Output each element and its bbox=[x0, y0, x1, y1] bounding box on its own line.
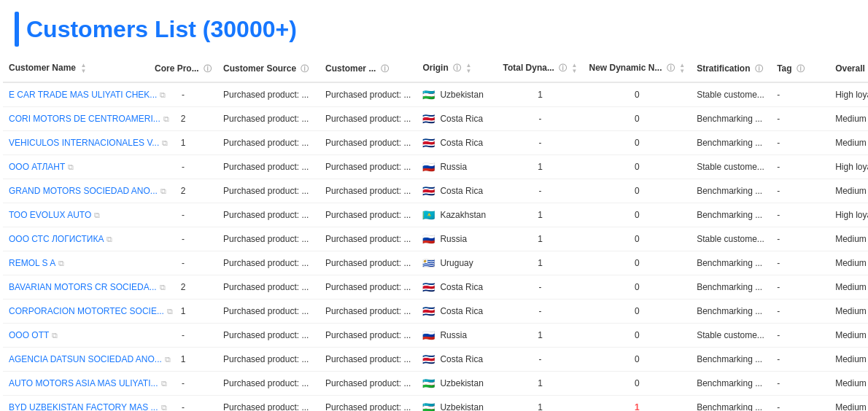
tag-cell: - bbox=[771, 251, 829, 275]
th-core-pro[interactable]: Core Pro... ⓘ bbox=[149, 55, 217, 82]
customer-name-link[interactable]: ООО АТЛАНТ bbox=[9, 162, 65, 172]
copy-icon[interactable]: ⧉ bbox=[94, 211, 100, 220]
flag-icon: 🇺🇿 bbox=[422, 377, 435, 389]
origin-cell: 🇨🇷Costa Rica bbox=[416, 300, 497, 324]
customer-name-link[interactable]: AUTO MOTORS ASIA MAS ULIYATI... bbox=[9, 378, 158, 388]
customer-name-link[interactable]: ООО ОТТ bbox=[9, 330, 49, 340]
customer-source-cell: Purchased product: ... bbox=[217, 107, 319, 131]
stratification-cell: Benchmarking ... bbox=[691, 372, 771, 396]
sort-arrows-new-dynamic[interactable]: ▲▼ bbox=[679, 63, 685, 74]
copy-icon[interactable]: ⧉ bbox=[106, 235, 112, 244]
stratification-cell: Stable custome... bbox=[691, 324, 771, 348]
info-icon-total-dyna[interactable]: ⓘ bbox=[559, 63, 567, 74]
customer-name-link[interactable]: ТОО EVOLUX AUTO bbox=[9, 210, 91, 220]
th-stratification[interactable]: Stratification ⓘ bbox=[691, 55, 771, 82]
customer-name-link[interactable]: REMOL S A bbox=[9, 258, 55, 268]
info-icon-stratification[interactable]: ⓘ bbox=[755, 63, 763, 74]
copy-icon[interactable]: ⧉ bbox=[160, 187, 166, 196]
total-dyna-cell: 1 bbox=[497, 155, 583, 179]
origin-text: Costa Rica bbox=[440, 306, 483, 316]
customer-alt-cell: Purchased product: ... bbox=[319, 107, 416, 131]
total-dyna-cell: - bbox=[497, 131, 583, 155]
stratification-cell: Benchmarking ... bbox=[691, 179, 771, 203]
th-origin[interactable]: Origin ⓘ ▲▼ bbox=[416, 55, 497, 82]
customer-alt-cell: Purchased product: ... bbox=[319, 396, 416, 412]
customer-name-link[interactable]: CORI MOTORS DE CENTROAMERI... bbox=[9, 114, 160, 124]
stratification-cell: Stable custome... bbox=[691, 82, 771, 107]
tag-cell: - bbox=[771, 348, 829, 372]
total-dyna-cell: 1 bbox=[497, 203, 583, 227]
customer-name-link[interactable]: GRAND MOTORS SOCIEDAD ANO... bbox=[9, 186, 158, 196]
title-bar: Customers List (30000+) bbox=[15, 12, 297, 47]
customer-alt-cell: Purchased product: ... bbox=[319, 372, 416, 396]
info-icon-tag[interactable]: ⓘ bbox=[797, 63, 805, 74]
th-new-dynamic[interactable]: New Dynamic N... ⓘ ▲▼ bbox=[584, 55, 691, 82]
total-dyna-cell: 1 bbox=[497, 82, 583, 107]
overall-loyalty-cell: High loyalty bbox=[829, 82, 868, 107]
copy-icon[interactable]: ⧉ bbox=[58, 259, 64, 268]
copy-icon[interactable]: ⧉ bbox=[167, 307, 173, 316]
total-dyna-cell: - bbox=[497, 179, 583, 203]
table-row: ТОО EVOLUX AUTO⧉-Purchased product: ...P… bbox=[3, 203, 868, 227]
new-dynamic-cell: 0 bbox=[584, 251, 691, 275]
info-icon-new-dynamic[interactable]: ⓘ bbox=[667, 63, 675, 74]
th-overall-loyalty[interactable]: Overall Loyalty bbox=[829, 55, 868, 82]
total-dyna-cell: 1 bbox=[497, 227, 583, 251]
origin-text: Uzbekistan bbox=[440, 378, 483, 388]
total-dyna-cell: - bbox=[497, 275, 583, 300]
stratification-cell: Benchmarking ... bbox=[691, 251, 771, 275]
sort-arrows-total-dyna[interactable]: ▲▼ bbox=[572, 63, 578, 74]
copy-icon[interactable]: ⧉ bbox=[52, 331, 58, 340]
origin-text: Costa Rica bbox=[440, 186, 483, 196]
copy-icon[interactable]: ⧉ bbox=[161, 403, 167, 411]
copy-icon[interactable]: ⧉ bbox=[68, 163, 74, 172]
th-tag[interactable]: Tag ⓘ bbox=[771, 55, 829, 82]
origin-cell: 🇺🇾Uruguay bbox=[416, 251, 497, 275]
table-row: ООО ОТТ⧉-Purchased product: ...Purchased… bbox=[3, 324, 868, 348]
customer-alt-cell: Purchased product: ... bbox=[319, 131, 416, 155]
origin-text: Russia bbox=[440, 330, 467, 340]
sort-arrows-origin[interactable]: ▲▼ bbox=[465, 63, 471, 74]
new-dynamic-cell: 0 bbox=[584, 275, 691, 300]
customer-name-link[interactable]: CORPORACION MOTORTEC SOCIE... bbox=[9, 306, 164, 316]
core-pro-cell: - bbox=[149, 396, 217, 412]
customer-name-link[interactable]: VEHICULOS INTERNACIONALES V... bbox=[9, 138, 159, 148]
customer-source-cell: Purchased product: ... bbox=[217, 372, 319, 396]
customer-name-link[interactable]: ООО СТС ЛОГИСТИКА bbox=[9, 234, 104, 244]
info-icon-customer-alt[interactable]: ⓘ bbox=[381, 63, 389, 74]
th-customer-source[interactable]: Customer Source ⓘ bbox=[217, 55, 319, 82]
th-customer-name[interactable]: Customer Name ▲▼ bbox=[3, 55, 149, 82]
origin-text: Kazakhstan bbox=[440, 210, 486, 220]
table-row: VEHICULOS INTERNACIONALES V...⧉1Purchase… bbox=[3, 131, 868, 155]
copy-icon[interactable]: ⧉ bbox=[162, 138, 168, 148]
customer-name-link[interactable]: AGENCIA DATSUN SOCIEDAD ANO... bbox=[9, 354, 162, 364]
tag-cell: - bbox=[771, 396, 829, 412]
copy-icon[interactable]: ⧉ bbox=[163, 114, 169, 124]
copy-icon[interactable]: ⧉ bbox=[160, 90, 166, 100]
core-pro-cell: - bbox=[149, 227, 217, 251]
customer-source-cell: Purchased product: ... bbox=[217, 348, 319, 372]
overall-loyalty-cell: High loyalty bbox=[829, 155, 868, 179]
copy-icon[interactable]: ⧉ bbox=[161, 379, 167, 388]
customer-name-link[interactable]: E CAR TRADE MAS ULIYATI CHEK... bbox=[9, 90, 157, 100]
customer-name-link[interactable]: BAVARIAN MOTORS CR SOCIEDA... bbox=[9, 282, 157, 292]
stratification-cell: Benchmarking ... bbox=[691, 348, 771, 372]
copy-icon[interactable]: ⧉ bbox=[160, 283, 166, 292]
info-icon-customer-source[interactable]: ⓘ bbox=[301, 63, 309, 74]
core-pro-cell: - bbox=[149, 324, 217, 348]
info-icon-core-pro[interactable]: ⓘ bbox=[204, 63, 212, 74]
table-row: BYD UZBEKISTAN FACTORY MAS ...⧉-Purchase… bbox=[3, 396, 868, 412]
table-header-row: Customer Name ▲▼ Core Pro... ⓘ Customer … bbox=[3, 55, 868, 82]
new-dynamic-cell: 0 bbox=[584, 131, 691, 155]
origin-cell: 🇨🇷Costa Rica bbox=[416, 131, 497, 155]
customer-name-link[interactable]: BYD UZBEKISTAN FACTORY MAS ... bbox=[9, 402, 158, 411]
origin-text: Costa Rica bbox=[440, 138, 483, 148]
copy-icon[interactable]: ⧉ bbox=[165, 355, 171, 364]
th-customer-alt[interactable]: Customer ... ⓘ bbox=[319, 55, 416, 82]
table-row: CORPORACION MOTORTEC SOCIE...⧉1Purchased… bbox=[3, 300, 868, 324]
info-icon-origin[interactable]: ⓘ bbox=[453, 63, 461, 74]
customer-alt-cell: Purchased product: ... bbox=[319, 275, 416, 300]
sort-arrows-customer-name[interactable]: ▲▼ bbox=[80, 63, 86, 74]
customers-table: Customer Name ▲▼ Core Pro... ⓘ Customer … bbox=[3, 55, 868, 411]
th-total-dyna[interactable]: Total Dyna... ⓘ ▲▼ bbox=[497, 55, 583, 82]
